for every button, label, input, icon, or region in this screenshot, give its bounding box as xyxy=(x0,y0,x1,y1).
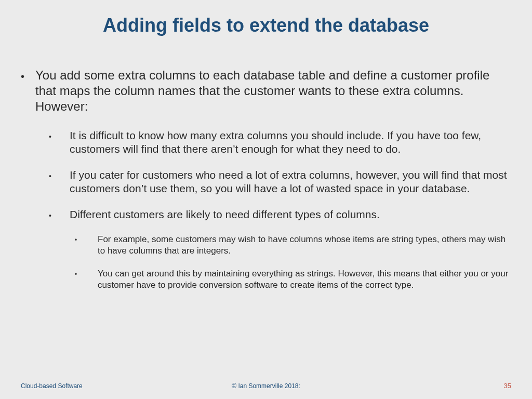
bullet-level-2: • It is difficult to know how many extra… xyxy=(49,129,511,156)
bullet-level-3: • For example, some customers may wish t… xyxy=(75,234,511,257)
slide-content: • You add some extra columns to each dat… xyxy=(21,68,511,302)
bullet-level-3: • You can get around this by maintaining… xyxy=(75,268,511,291)
bullet-icon: • xyxy=(75,234,98,257)
bullet-text: You add some extra columns to each datab… xyxy=(35,68,511,114)
level-2-group: • It is difficult to know how many extra… xyxy=(49,129,511,291)
bullet-level-2: • If you cater for customers who need a … xyxy=(49,168,511,195)
slide-title: Adding fields to extend the database xyxy=(0,15,532,36)
bullet-text: For example, some customers may wish to … xyxy=(98,234,511,257)
bullet-icon: • xyxy=(49,168,70,195)
bullet-level-1: • You add some extra columns to each dat… xyxy=(21,68,511,114)
bullet-text: If you cater for customers who need a lo… xyxy=(70,168,511,195)
bullet-icon: • xyxy=(21,68,35,114)
bullet-level-2: • Different customers are likely to need… xyxy=(49,208,511,222)
slide: Adding fields to extend the database • Y… xyxy=(0,0,532,399)
level-3-group: • For example, some customers may wish t… xyxy=(75,234,511,291)
bullet-icon: • xyxy=(75,268,98,291)
bullet-text: You can get around this by maintaining e… xyxy=(98,268,511,291)
bullet-text: It is difficult to know how many extra c… xyxy=(70,129,511,156)
bullet-icon: • xyxy=(49,129,70,156)
bullet-text: Different customers are likely to need d… xyxy=(70,208,380,222)
footer-center: © Ian Sommerville 2018: xyxy=(21,382,511,390)
page-number: 35 xyxy=(504,382,511,390)
bullet-icon: • xyxy=(49,208,70,222)
